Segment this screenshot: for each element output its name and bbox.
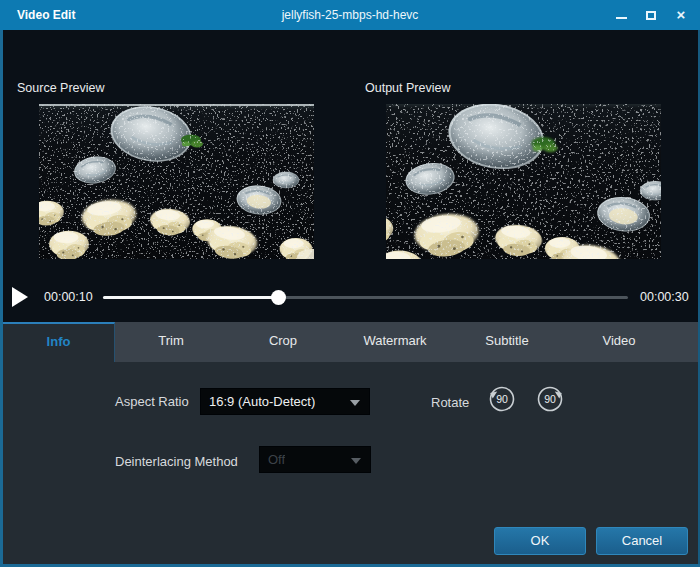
seek-handle[interactable] — [271, 290, 286, 305]
jellyfish-frame — [39, 104, 314, 259]
video-edit-window: Video Edit jellyfish-25-mbps-hd-hevc × S… — [0, 0, 700, 567]
tab-video[interactable]: Video — [563, 322, 675, 362]
svg-text:90: 90 — [496, 393, 508, 405]
close-icon: × — [677, 7, 686, 23]
aspect-ratio-select[interactable]: 16:9 (Auto-Detect) — [200, 388, 370, 415]
document-title: jellyfish-25-mbps-hd-hevc — [0, 0, 700, 30]
tab-bar: Info Trim Crop Watermark Subtitle Video — [3, 322, 698, 362]
ok-button[interactable]: OK — [494, 527, 586, 555]
rotate-label: Rotate — [431, 395, 469, 410]
seek-slider[interactable] — [103, 288, 628, 307]
window-controls: × — [614, 0, 688, 30]
source-preview-label: Source Preview — [17, 81, 105, 95]
minimize-button[interactable] — [614, 7, 628, 23]
tab-subtitle[interactable]: Subtitle — [451, 322, 563, 362]
play-icon — [12, 287, 28, 307]
minimize-icon — [616, 17, 627, 19]
titlebar: Video Edit jellyfish-25-mbps-hd-hevc × — [0, 0, 700, 30]
output-preview-label: Output Preview — [365, 81, 450, 95]
aspect-ratio-value: 16:9 (Auto-Detect) — [201, 394, 315, 409]
jellyfish-frame — [386, 104, 661, 259]
total-time: 00:00:30 — [640, 290, 689, 304]
chevron-down-icon — [350, 400, 360, 406]
rotate-ccw-button[interactable]: 90 — [487, 384, 517, 414]
output-preview-video — [386, 104, 661, 259]
rotate-cw-button[interactable]: 90 — [535, 384, 565, 414]
tab-watermark[interactable]: Watermark — [339, 322, 451, 362]
tab-trim[interactable]: Trim — [115, 322, 227, 362]
window-border-left — [0, 30, 3, 567]
deinterlacing-label: Deinterlacing Method — [115, 454, 238, 469]
seek-fill — [103, 296, 278, 299]
maximize-icon — [646, 11, 656, 20]
aspect-ratio-label: Aspect Ratio — [115, 394, 189, 409]
source-preview-video — [39, 104, 314, 259]
rotate-ccw-icon: 90 — [487, 384, 517, 414]
tab-crop[interactable]: Crop — [227, 322, 339, 362]
maximize-button[interactable] — [644, 7, 658, 23]
svg-text:90: 90 — [544, 393, 556, 405]
play-button[interactable] — [12, 285, 34, 309]
cancel-button[interactable]: Cancel — [596, 527, 688, 555]
tab-info[interactable]: Info — [3, 322, 115, 362]
close-button[interactable]: × — [674, 7, 688, 23]
current-time: 00:00:10 — [44, 290, 93, 304]
rotate-cw-icon: 90 — [535, 384, 565, 414]
preview-area: Source Preview Output Preview 00:00:10 0… — [0, 30, 700, 322]
chevron-down-icon — [351, 458, 361, 464]
deinterlacing-select: Off — [259, 446, 371, 473]
deinterlacing-value: Off — [260, 452, 285, 467]
